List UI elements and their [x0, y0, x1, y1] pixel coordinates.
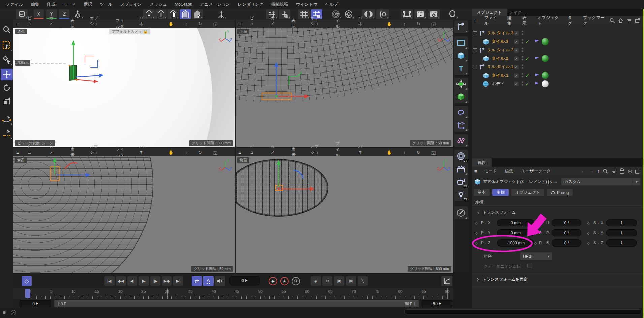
menu-item[interactable]: メッシュ — [146, 0, 170, 9]
transport-button[interactable]: ▶| — [173, 276, 183, 286]
viewport-nav-icon[interactable]: ↕ — [185, 21, 187, 26]
popout-icon[interactable] — [635, 169, 640, 174]
keying-type-button[interactable]: ◈ — [311, 276, 321, 286]
history-forward-icon[interactable]: → — [589, 168, 594, 174]
move-gizmo[interactable] — [236, 156, 453, 273]
viewport-front[interactable]: 前面 YXZ グリッド間隔 : 500 mm — [236, 156, 453, 273]
viewport-nav-icon[interactable]: ✋ — [387, 21, 392, 26]
tab-object[interactable]: オブジェクト — [511, 189, 544, 196]
add-sky-button[interactable]: ST — [454, 150, 468, 163]
keyframe-bar-toggle-button[interactable]: ◇ — [22, 276, 32, 286]
keying-type-button[interactable]: ▣ — [334, 276, 344, 286]
expander-icon[interactable]: − — [473, 65, 477, 69]
keyframe-dot-icon[interactable]: ◇ — [534, 231, 537, 235]
viewport-nav-icon[interactable]: ↻ — [417, 150, 420, 155]
menu-item[interactable]: ウインドウ — [292, 0, 321, 9]
edit-toggle[interactable] — [514, 73, 519, 78]
edit-toggle[interactable] — [514, 31, 519, 36]
freeze-transform-group-header[interactable]: ❯ トランスフォームを固定 — [476, 277, 528, 282]
tree-row[interactable]: タイル.3 ✓ — [472, 37, 643, 46]
range-start-field[interactable]: 0 F — [20, 300, 51, 307]
om-menu-item[interactable]: オブジェクト — [534, 13, 564, 28]
viewport-nav-icon[interactable]: ◱ — [431, 150, 436, 155]
viewport-nav-icon[interactable]: ✋ — [168, 21, 174, 26]
viewport-nav-icon[interactable]: ↕ — [185, 150, 187, 155]
py-field[interactable]: 0 mm — [497, 229, 534, 236]
move-tool-button[interactable] — [1, 69, 13, 80]
autokey-button[interactable]: A — [279, 276, 290, 286]
tree-row[interactable]: − ヌル.タイル.2 — [472, 46, 643, 54]
model-mode-button[interactable] — [180, 9, 191, 19]
timeline-ruler[interactable]: 051015202530354045505560657075808590 — [13, 288, 453, 299]
home-icon[interactable] — [618, 18, 623, 23]
object-name[interactable]: ヌル.タイル.1 — [487, 64, 513, 70]
tab-attributes[interactable]: 属性 — [472, 158, 492, 167]
quaternion-checkbox[interactable] — [527, 264, 532, 268]
object-name[interactable]: タイル.1 — [492, 73, 508, 78]
expander-icon[interactable]: − — [473, 48, 477, 52]
transport-button[interactable]: ▶ — [139, 276, 149, 286]
object-name[interactable]: ボディ — [492, 81, 505, 87]
sz-field[interactable]: 1 — [606, 239, 637, 247]
material-thumbnail-green[interactable] — [542, 72, 549, 79]
menu-item[interactable]: モード — [59, 0, 79, 9]
pz-field[interactable]: -1000 mm — [497, 239, 534, 247]
viewport-nav-icon[interactable]: ↕ — [403, 21, 406, 26]
preview-range-slider[interactable]: 0 F 90 F — [54, 300, 419, 307]
om-menu-item[interactable]: タグ — [564, 13, 579, 28]
viewport-nav-icon[interactable]: ◱ — [431, 21, 436, 26]
material-thumbnail-green[interactable] — [542, 55, 549, 62]
add-mograph-cloner-button[interactable] — [454, 90, 468, 103]
enabled-check-icon[interactable]: ✓ — [525, 81, 530, 87]
visibility-dots[interactable] — [522, 48, 523, 49]
object-name[interactable]: ヌル.タイル.2 — [487, 47, 513, 53]
attr-menu-item[interactable]: 編集 — [501, 167, 517, 175]
keyframe-dot-icon[interactable]: ◇ — [475, 221, 478, 225]
attr-menu-item[interactable]: ユーザーデータ — [517, 167, 555, 175]
add-volume-button[interactable] — [454, 106, 468, 119]
om-menu-item[interactable]: ファイル — [481, 13, 503, 28]
add-cube-button[interactable] — [454, 49, 468, 62]
search-icon[interactable] — [610, 18, 615, 23]
menu-item[interactable]: スプライン — [117, 0, 146, 9]
sx-field[interactable]: 1 — [606, 219, 637, 226]
enabled-check-icon[interactable]: ✓ — [525, 39, 530, 45]
filter-icon[interactable] — [611, 169, 616, 174]
tab-basic[interactable]: 基本 — [474, 189, 490, 196]
material-thumbnail-white[interactable] — [542, 80, 549, 87]
sound-mute-button[interactable] — [215, 276, 225, 286]
menu-item[interactable]: MoGraph — [171, 1, 196, 8]
keyframe-settings-button[interactable]: ⚙ — [291, 276, 301, 286]
tree-row[interactable]: − ヌル.タイル.1 — [472, 63, 643, 71]
viewport-nav-icon[interactable]: ◱ — [213, 150, 217, 155]
edit-material-button[interactable] — [454, 206, 468, 219]
menu-item[interactable]: 作成 — [43, 0, 59, 9]
keying-type-button[interactable]: ↻ — [322, 276, 332, 286]
om-menu-icon[interactable]: ≡ — [474, 18, 477, 24]
keying-type-button[interactable]: ▤ — [346, 276, 356, 286]
keyframe-dot-icon[interactable]: ◇ — [587, 241, 590, 245]
viewport-menu-icon[interactable]: ≡ — [238, 150, 242, 155]
phong-tag-icon[interactable] — [535, 73, 540, 78]
history-back-icon[interactable]: ← — [581, 168, 586, 174]
render-picture-viewer-button[interactable] — [414, 9, 426, 19]
move-gizmo[interactable] — [13, 28, 235, 147]
expander-icon[interactable]: − — [473, 31, 477, 35]
texture-mode-button[interactable] — [192, 9, 203, 19]
om-menu-item[interactable]: 編集 — [504, 13, 518, 28]
add-null-button[interactable] — [454, 20, 468, 33]
object-name[interactable]: ヌル.タイル.3 — [487, 30, 513, 36]
add-spline-rectangle-button[interactable] — [454, 36, 468, 49]
om-menu-item[interactable]: 表示 — [518, 13, 533, 28]
transform-group-header[interactable]: ∨ トランスフォーム — [477, 210, 516, 215]
tab-phong[interactable]: Phong — [547, 189, 573, 196]
record-keyframe-button[interactable]: ◆ — [268, 276, 278, 286]
menu-item[interactable]: レンダリング — [234, 0, 267, 9]
move-gizmo[interactable] — [13, 156, 235, 273]
visibility-dots[interactable] — [522, 64, 523, 66]
viewport-nav-icon[interactable]: ✋ — [168, 150, 174, 155]
lamp-button[interactable] — [446, 9, 458, 19]
keyframe-dot-icon[interactable]: ◇ — [475, 231, 478, 235]
transport-button[interactable]: ◆◀ — [116, 276, 126, 286]
rh-field[interactable]: 0 ° — [552, 219, 581, 226]
